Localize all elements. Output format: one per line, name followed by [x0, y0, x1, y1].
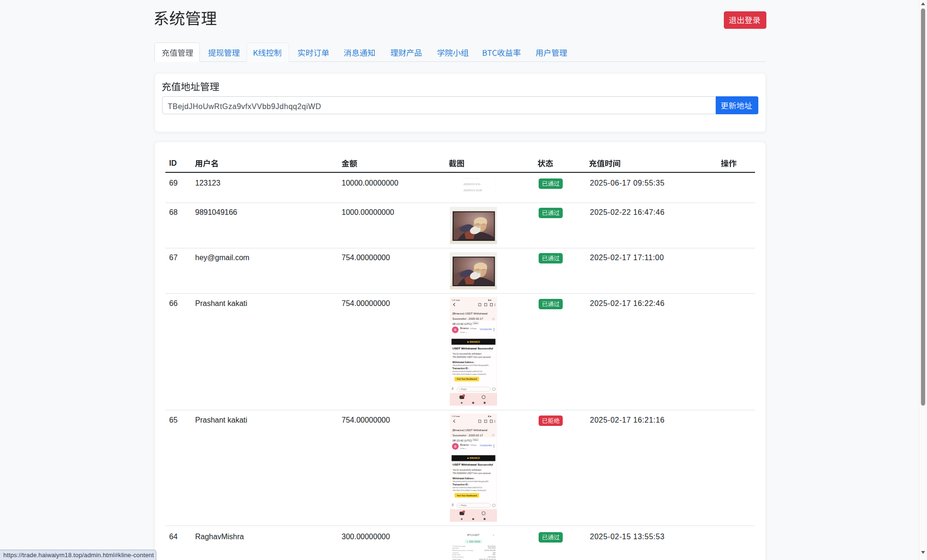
svg-text:Transaction type: Transaction type	[452, 545, 465, 547]
svg-text::: :	[495, 183, 496, 186]
svg-text:B: B	[454, 445, 456, 448]
svg-text:▮▯■: ▮▯■	[488, 416, 491, 418]
svg-text:to me ⌄: to me ⌄	[460, 447, 467, 450]
svg-text:b4190ce53453115d6b7e4f6f137111: b4190ce53453115d6b7e4f6f137111	[453, 370, 483, 373]
svg-text:Transaction ID :: Transaction ID :	[453, 367, 470, 370]
svg-text:B: B	[454, 328, 456, 331]
svg-text:TBejdJHoUwRtGza9vfxVVbb9Jdhqq2: TBejdJHoUwRtGza9vfxVVbb9Jdhqq2qiWD	[453, 364, 489, 366]
svg-text:37b7465c253124d6e7ccbdec23a65a: 37b7465c253124d6e7ccbdec23a65a61f	[453, 373, 487, 375]
svg-text:08:13:42 (UTC): 08:13:42 (UTC)	[453, 439, 472, 442]
svg-text::: :	[495, 189, 496, 192]
svg-text:Transaction ID :: Transaction ID :	[453, 484, 469, 486]
svg-text:......... .. ... .....: ......... .. ... .....	[464, 177, 479, 179]
svg-text:☆: ☆	[492, 433, 495, 437]
svg-text:78%: 78%	[492, 554, 496, 556]
svg-text:10230.380786: 10230.380786	[484, 550, 496, 552]
svg-text:08:13:42 (UTC): 08:13:42 (UTC)	[453, 322, 472, 325]
svg-text:Withdrawal Address :: Withdrawal Address :	[453, 361, 475, 364]
svg-text:▮▯■: ▮▯■	[488, 299, 491, 301]
svg-text::: :	[495, 177, 496, 179]
svg-text:second: second	[452, 552, 458, 553]
svg-text:Binance: Binance	[460, 444, 469, 446]
svg-text:300.0000: 300.0000	[488, 547, 496, 549]
svg-text:Inbox: Inbox	[473, 322, 478, 324]
svg-text:Successful - 2025-02-17: Successful - 2025-02-17	[453, 317, 484, 320]
svg-text:Profit and loss: Profit and loss	[452, 556, 464, 558]
svg-text:❖ BINANCE: ❖ BINANCE	[467, 341, 480, 343]
svg-text:Successful - 2025-02-17: Successful - 2025-02-17	[453, 434, 483, 437]
svg-text:754.00000000 USDT from your ac: 754.00000000 USDT from your account.	[453, 356, 491, 358]
svg-text:↩ Reply: ↩ Reply	[459, 504, 467, 507]
svg-text:Warehouse price is cheap: Warehouse price is cheap	[452, 550, 473, 552]
svg-text:1:43 pm: 1:43 pm	[470, 327, 477, 330]
svg-text:[Binance] USDT Withdrawal: [Binance] USDT Withdrawal	[453, 312, 488, 315]
svg-text:180: 180	[493, 552, 496, 553]
svg-text:2024-09-21 00:00:14: 2024-09-21 00:00:14	[479, 558, 496, 560]
svg-text:TBejdJHoUwRtGza9vfxVVbb9Jdhqq2: TBejdJHoUwRtGza9vfxVVbb9Jdhqq2qiWD	[453, 481, 489, 483]
svg-text:[Binance] USDT Withdrawal: [Binance] USDT Withdrawal	[453, 429, 488, 432]
svg-text:BTC/USDT: BTC/USDT	[467, 533, 480, 536]
svg-text:1:43 pm: 1:43 pm	[470, 444, 477, 446]
svg-text:USDT Withdrawal Successful: USDT Withdrawal Successful	[453, 463, 493, 466]
svg-text:Visit Your Dashboard: Visit Your Dashboard	[457, 494, 477, 497]
svg-text:☆: ☆	[492, 317, 495, 321]
svg-text:You've successfully withdrawn: You've successfully withdrawn	[453, 469, 482, 471]
svg-text:Unsubscribe: Unsubscribe	[480, 444, 492, 447]
svg-text:Visit Your Dashboard: Visit Your Dashboard	[457, 378, 477, 380]
svg-text:Open Time: Open Time	[452, 558, 461, 560]
svg-text:You've successfully withdrawn: You've successfully withdrawn	[453, 353, 482, 355]
svg-text:↩ Reply: ↩ Reply	[459, 388, 467, 390]
svg-text:to me ⌄: to me ⌄	[460, 331, 467, 333]
svg-text:quantity: quantity	[452, 547, 458, 549]
svg-text:Withdrawal Address :: Withdrawal Address :	[453, 477, 475, 480]
svg-text:+ 300.0000: + 300.0000	[487, 556, 496, 558]
svg-text:Inbox: Inbox	[473, 439, 478, 441]
svg-text:2025/6/13 9:51: 2025/6/13 9:51	[464, 183, 481, 186]
svg-text:Unsubscribe: Unsubscribe	[480, 328, 492, 331]
svg-text:❖ BINANCE: ❖ BINANCE	[467, 457, 480, 459]
svg-text:Binance: Binance	[460, 327, 469, 330]
svg-text:Buy down: Buy down	[488, 545, 496, 547]
svg-text:2025/6/13 16:09: 2025/6/13 16:09	[464, 189, 482, 192]
svg-text:profit ratio: profit ratio	[452, 554, 460, 556]
svg-text:b4190ce53453115d6b7e4f6f137111: b4190ce53453115d6b7e4f6f137111	[453, 486, 483, 489]
svg-text:USDT Withdrawal Successful: USDT Withdrawal Successful	[453, 347, 493, 350]
svg-text:37b7465c253124d6e7ccbdec23a65a: 37b7465c253124d6e7ccbdec23a65a61f	[453, 489, 487, 492]
svg-text:1:43 ●●◈ ·: 1:43 ●●◈ ·	[452, 416, 461, 418]
svg-text:+ 300.0000: + 300.0000	[466, 540, 480, 543]
svg-text:754.00000000 USDT from your ac: 754.00000000 USDT from your account.	[453, 472, 491, 475]
svg-text:×: ×	[493, 533, 494, 536]
svg-text:1:43 ●●◈ ·: 1:43 ●●◈ ·	[452, 299, 461, 301]
